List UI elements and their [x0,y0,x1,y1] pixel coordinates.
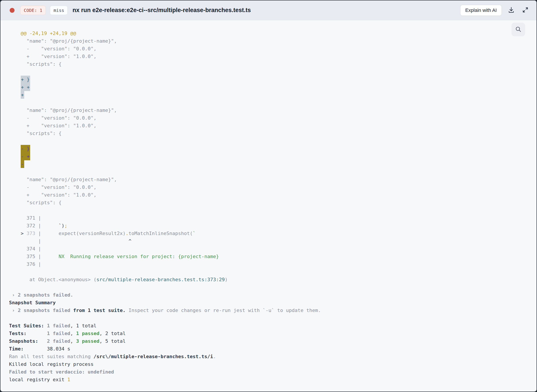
terminal-line: Tests: 1 failed, 1 passed, 2 total [9,330,528,337]
fullscreen-icon [522,7,529,14]
terminal-line: - + [9,153,528,160]
terminal-line: "name": "@proj/{project-name}", [9,176,528,183]
terminal-line: "scripts": { [9,130,528,137]
terminal-line: Ran all test suites matching /src\/multi… [9,353,528,360]
terminal-line: - "version": "0.0.0", [9,114,528,122]
terminal-line: 375 | NX Running release version for pro… [9,253,528,260]
terminal-line: at Object.<anonymous> (src/multiple-rele… [9,276,528,283]
terminal-line: @@ -24,19 +24,19 @@ [9,29,528,37]
terminal-line: "name": "@proj/{project-name}", [9,106,528,114]
explain-with-ai-button[interactable]: Explain with AI [460,5,502,16]
terminal-line: + "version": "1.0.0", [9,191,528,199]
terminal-line: › 2 snapshots failed. [9,291,528,299]
task-title: nx run e2e-release:e2e-ci--src/multiple-… [72,7,251,14]
terminal-line: local registry exit 1 [9,376,528,383]
download-icon [508,7,514,14]
terminal-line: Snapshot Summary [9,299,528,307]
terminal-line: › 2 snapshots failed from 1 test suite. … [9,307,528,314]
cache-miss-badge: miss [50,6,67,15]
terminal-line: | ^ [9,237,528,245]
terminal-line: "scripts": { [9,199,528,206]
search-button[interactable] [512,23,525,36]
terminal-line [9,68,528,76]
terminal-line [9,314,528,322]
terminal-line [9,206,528,214]
exit-code-badge: CODE: 1 [20,6,46,15]
terminal-line: Failed to start verdaccio: undefined [9,368,528,376]
terminal-line: "name": "@proj/{project-name}", [9,37,528,45]
terminal-line: + "version": "1.0.0", [9,52,528,60]
fullscreen-button[interactable] [521,5,530,15]
terminal-line: - "version": "0.0.0", [9,183,528,191]
terminal-line: Snapshots: 2 failed, 3 passed, 5 total [9,337,528,345]
terminal-line: + + [9,83,528,91]
terminal-line: + "version": "1.0.0", [9,122,528,130]
terminal-line [9,168,528,176]
task-output-window: CODE: 1 miss nx run e2e-release:e2e-ci--… [0,0,537,392]
search-icon [515,26,522,33]
download-button[interactable] [507,5,516,15]
terminal-line: + } [9,76,528,83]
terminal-line [9,99,528,106]
terminal-line: "scripts": { [9,60,528,68]
red-status-dot [10,8,14,13]
terminal-line [9,268,528,276]
header: CODE: 1 miss nx run e2e-release:e2e-ci--… [0,0,537,20]
terminal-line: > 373 | expect(versionResult2x).toMatchI… [9,229,528,237]
terminal-line: - } [9,145,528,153]
terminal-line: Killed local registry process [9,360,528,368]
terminal-line: + [9,91,528,99]
terminal-line: Test Suites: 1 failed, 1 total [9,322,528,330]
terminal-lines: @@ -24,19 +24,19 @@ "name": "@proj/{proj… [9,29,528,383]
terminal-line: 371 | [9,214,528,222]
terminal-line [9,137,528,145]
terminal-line [9,283,528,291]
terminal-line: 376 | [9,260,528,268]
terminal-line: - "version": "0.0.0", [9,45,528,52]
terminal-line: - [9,160,528,168]
terminal-output: @@ -24,19 +24,19 @@ "name": "@proj/{proj… [0,20,537,392]
terminal-line: 372 | `); [9,222,528,229]
terminal-line: Time: 38.034 s [9,345,528,353]
terminal-line: 374 | [9,245,528,253]
